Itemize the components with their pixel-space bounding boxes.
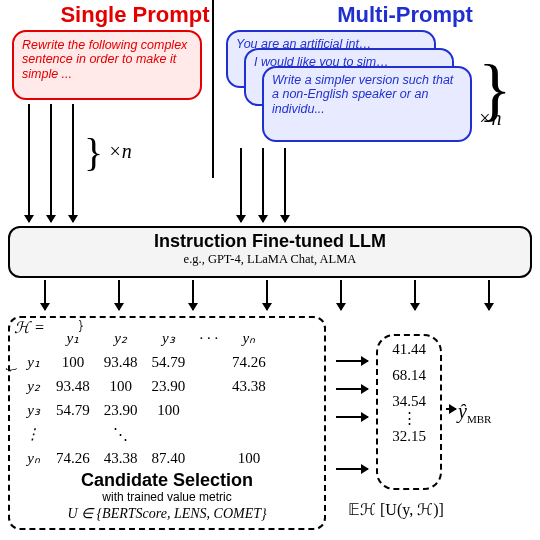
col-y3: y₃ [145, 326, 193, 350]
multi-prompt-text-3: Write a simpler version such that a non-… [272, 73, 453, 116]
cell: 87.40 [145, 446, 193, 470]
cell: 93.48 [97, 350, 145, 374]
cell: 23.90 [97, 398, 145, 422]
llm-title: Instruction Fine-tuned LLM [10, 231, 530, 252]
result-v1: 41.44 [378, 336, 440, 362]
multi-prompt-title: Multi-Prompt [270, 2, 540, 28]
candidate-selection-title: Candidate Selection [18, 470, 316, 491]
row-y1: y₁ [27, 354, 40, 370]
llm-subtitle: e.g., GPT-4, LLaMA Chat, ALMA [10, 252, 530, 267]
result-vn: 32.15 [378, 423, 440, 449]
row-dots: ⋮ [18, 422, 49, 446]
arrow-down-icon [72, 104, 74, 222]
arrow-down-icon [44, 280, 46, 310]
cell: 43.38 [97, 446, 145, 470]
arrow-down-icon [192, 280, 194, 310]
llm-box: Instruction Fine-tuned LLM e.g., GPT-4, … [8, 226, 532, 278]
cell: 100 [145, 398, 193, 422]
arrow-down-icon [488, 280, 490, 310]
col-y1: y₁ [67, 330, 80, 346]
single-xn-brace: } ×n [84, 140, 132, 163]
H-eq: ℋ = [14, 319, 45, 336]
multi-xn-brace: } ×n [478, 72, 540, 130]
arrow-right-icon [336, 468, 368, 470]
cell-ddots: ⋱ [49, 422, 192, 446]
result-v2: 68.14 [378, 362, 440, 388]
brace-icon: } [478, 72, 512, 107]
arrow-right-icon [336, 360, 368, 362]
xn-label-single: ×n [108, 140, 132, 162]
y-mbr-label: ŷMBR [458, 400, 491, 425]
arrow-down-icon [340, 280, 342, 310]
single-prompt-bubble: Rewrite the following complex sentence i… [12, 30, 202, 100]
col-y2: y₂ [97, 326, 145, 350]
y-hat: ŷ [458, 400, 467, 422]
arrow-right-icon [336, 416, 368, 418]
row-y2: y₂ [18, 374, 49, 398]
cell: 100 [225, 446, 273, 470]
cell: 54.79 [145, 350, 193, 374]
arrow-down-icon [50, 104, 52, 222]
result-column: 41.44 68.14 34.54 ⋮ 32.15 [376, 334, 442, 490]
cell: 43.38 [225, 374, 273, 398]
arrow-down-icon [414, 280, 416, 310]
arrow-down-icon [240, 148, 242, 222]
arrow-down-icon [262, 148, 264, 222]
brace-icon: } [84, 143, 103, 163]
col-dots: · · · [192, 326, 225, 350]
arrow-down-icon [118, 280, 120, 310]
result-dots: ⋮ [378, 414, 440, 423]
col-yn: yₙ [225, 326, 273, 350]
utility-matrix: ⏞ y₁ y₂ y₃ · · · yₙ ⏟ y₁ 100 93.48 54.79… [18, 326, 273, 470]
row-yn: yₙ [18, 446, 49, 470]
header: Single Prompt Multi-Prompt [0, 2, 540, 28]
single-prompt-title: Single Prompt [0, 2, 270, 28]
candidate-selection-sub: with trained value metric [18, 490, 316, 504]
cell: 74.26 [49, 446, 97, 470]
arrow-down-icon [284, 148, 286, 222]
candidate-selection-metrics: U ∈ {BERTScore, LENS, COMET} [18, 505, 316, 522]
arrow-right-icon [336, 388, 368, 390]
brace-over-icon: ⏞ [61, 320, 84, 332]
y-mbr-sub: MBR [467, 413, 491, 425]
multi-prompt-stack: You are an artificial int… I would like … [226, 30, 456, 140]
xn-label-multi: ×n [478, 107, 502, 129]
single-prompt-text: Rewrite the following complex sentence i… [22, 38, 187, 81]
cell: 54.79 [49, 398, 97, 422]
candidate-selection-box: ⏞ y₁ y₂ y₃ · · · yₙ ⏟ y₁ 100 93.48 54.79… [8, 316, 326, 530]
cell: 100 [97, 374, 145, 398]
multi-prompt-bubble-3: Write a simpler version such that a non-… [262, 66, 472, 142]
cell: 100 [49, 350, 97, 374]
cell [225, 398, 273, 422]
arrow-right-icon [446, 408, 456, 410]
cell: 74.26 [225, 350, 273, 374]
expectation-label: 𝔼ℋ [U(y, ℋ)] [348, 500, 444, 519]
hypothesis-set-label: ℋ = [14, 318, 45, 337]
cell: 23.90 [145, 374, 193, 398]
brace-left-icon: ⏟ [6, 352, 17, 373]
arrow-down-icon [28, 104, 30, 222]
row-y3: y₃ [18, 398, 49, 422]
arrow-down-icon [266, 280, 268, 310]
cell: 93.48 [49, 374, 97, 398]
